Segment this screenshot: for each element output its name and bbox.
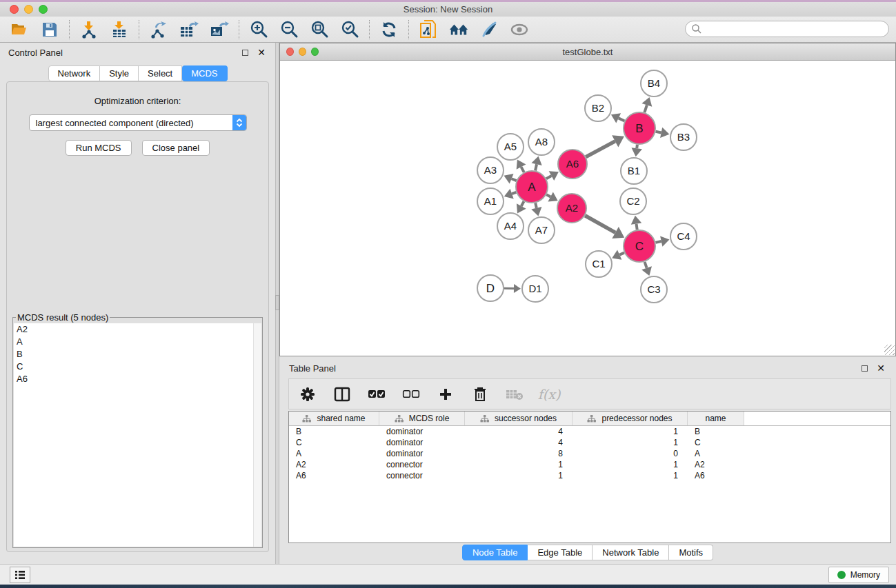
cell-shared-name[interactable]: A6 [289, 471, 379, 480]
cell-predecessor-nodes[interactable]: 1 [573, 460, 688, 469]
cell-shared-name[interactable]: A2 [289, 460, 379, 469]
table-row[interactable]: A6connector11A6 [289, 470, 890, 481]
column-header-name[interactable]: name [688, 412, 744, 425]
cell-successor-nodes[interactable]: 4 [465, 427, 573, 436]
edge-C-C2[interactable] [637, 224, 637, 230]
tab-node-table[interactable]: Node Table [462, 545, 528, 560]
cell-successor-nodes[interactable]: 4 [465, 438, 573, 447]
save-icon[interactable] [40, 20, 59, 39]
zoom-fit-icon[interactable] [310, 20, 329, 39]
close-table-panel-icon[interactable]: ✕ [875, 363, 886, 374]
cell-name[interactable]: B [688, 427, 744, 436]
deselect-all-checkboxes-icon[interactable] [402, 385, 420, 403]
edge-A-A7[interactable] [535, 203, 537, 207]
edge-A-A2[interactable] [546, 194, 550, 196]
result-list-item[interactable]: C [14, 361, 261, 373]
optimization-select[interactable]: largest connected component (directed) [29, 114, 247, 131]
edge-A-A1[interactable] [512, 192, 516, 194]
tab-edge-table[interactable]: Edge Table [528, 545, 593, 560]
edge-A-A3[interactable] [512, 179, 517, 181]
network-canvas[interactable]: AA1A2A3A4A5A6A7A8BB1B2B3B4CC1C2C3C4DD1 [280, 61, 895, 356]
cell-MCDS-role[interactable]: dominator [379, 427, 465, 436]
zoom-out-icon[interactable] [279, 20, 299, 39]
float-panel-icon[interactable] [239, 47, 250, 58]
edge-A-A8[interactable] [535, 164, 537, 170]
tab-motifs[interactable]: Motifs [669, 545, 713, 560]
tab-network-table[interactable]: Network Table [593, 545, 669, 560]
open-folder-icon[interactable] [10, 20, 29, 39]
edge-B-B1[interactable] [637, 145, 637, 148]
column-header-MCDS-role[interactable]: MCDS role [379, 412, 465, 425]
clone-network-icon[interactable] [419, 20, 438, 39]
tab-mcds[interactable]: MCDS [182, 65, 227, 81]
add-column-icon[interactable] [437, 385, 455, 403]
float-table-panel-icon[interactable] [859, 363, 870, 374]
network-window-titlebar[interactable]: testGlobe.txt [280, 43, 895, 61]
gear-icon[interactable] [299, 385, 317, 403]
edge-C-C1[interactable] [619, 253, 624, 255]
close-panel-icon[interactable]: ✕ [256, 47, 267, 58]
search-box[interactable] [685, 21, 889, 37]
cell-MCDS-role[interactable]: connector [379, 460, 465, 469]
cell-shared-name[interactable]: C [289, 438, 379, 447]
result-list-item[interactable]: A2 [14, 323, 261, 336]
result-scrollbar-track[interactable] [253, 323, 261, 547]
export-network-icon[interactable] [149, 20, 168, 39]
close-panel-button[interactable]: Close panel [142, 140, 210, 156]
edge-C-C3[interactable] [645, 262, 647, 268]
tab-select[interactable]: Select [139, 65, 182, 81]
table-row[interactable]: A2connector11A2 [289, 459, 890, 470]
run-mcds-button[interactable]: Run MCDS [66, 140, 132, 156]
mcds-result-list[interactable]: A2ABCA6 [14, 323, 261, 547]
home-double-icon[interactable] [449, 20, 468, 39]
result-list-item[interactable]: A [14, 336, 261, 348]
cell-MCDS-role[interactable]: dominator [379, 449, 465, 458]
cell-name[interactable]: A6 [688, 471, 744, 480]
cell-name[interactable]: C [688, 438, 744, 447]
import-table-icon[interactable] [110, 20, 129, 39]
table-row[interactable]: Adominator80A [289, 448, 890, 459]
cell-predecessor-nodes[interactable]: 1 [573, 438, 688, 447]
columns-icon[interactable] [333, 385, 351, 403]
edge-A-A6[interactable] [546, 176, 552, 179]
edge-B-B2[interactable] [619, 118, 625, 121]
edge-A-A5[interactable] [521, 167, 524, 172]
tab-network[interactable]: Network [48, 65, 100, 81]
cell-predecessor-nodes[interactable]: 1 [573, 427, 688, 436]
import-network-icon[interactable] [79, 20, 99, 39]
edge-A-A4[interactable] [521, 201, 524, 206]
task-history-button[interactable] [10, 567, 30, 583]
result-list-item[interactable]: A6 [14, 373, 261, 385]
edge-C-C4[interactable] [655, 241, 661, 243]
zoom-selected-icon[interactable] [340, 20, 359, 39]
table-row[interactable]: Cdominator41C [289, 437, 890, 448]
node-table[interactable]: shared nameMCDS rolesuccessor nodesprede… [288, 411, 891, 543]
edge-B-B3[interactable] [656, 132, 661, 133]
cell-successor-nodes[interactable]: 8 [465, 449, 573, 458]
result-list-item[interactable]: B [14, 348, 261, 361]
titlebar[interactable]: Session: New Session [0, 2, 896, 17]
edge-A2-C[interactable] [585, 216, 615, 233]
show-graphics-icon[interactable] [510, 20, 529, 39]
edge-A6-B[interactable] [586, 141, 615, 157]
cell-successor-nodes[interactable]: 1 [465, 471, 573, 480]
cell-MCDS-role[interactable]: connector [379, 471, 465, 480]
column-header-predecessor-nodes[interactable]: predecessor nodes [573, 412, 688, 425]
resize-grip-icon[interactable] [884, 345, 895, 355]
table-row[interactable]: Bdominator41B [289, 426, 890, 437]
refresh-layout-icon[interactable] [379, 20, 399, 39]
cell-predecessor-nodes[interactable]: 1 [573, 471, 688, 480]
cell-successor-nodes[interactable]: 1 [465, 460, 573, 469]
cell-name[interactable]: A [688, 449, 744, 458]
memory-button[interactable]: Memory [828, 567, 889, 583]
search-input[interactable] [702, 24, 888, 34]
cell-predecessor-nodes[interactable]: 0 [573, 449, 688, 458]
tab-style[interactable]: Style [100, 65, 139, 81]
cell-name[interactable]: A2 [688, 460, 744, 469]
column-header-successor-nodes[interactable]: successor nodes [465, 412, 573, 425]
cell-shared-name[interactable]: B [289, 427, 379, 436]
cell-MCDS-role[interactable]: dominator [379, 438, 465, 447]
cell-shared-name[interactable]: A [289, 449, 379, 458]
zoom-in-icon[interactable] [249, 20, 268, 39]
hide-labels-icon[interactable] [479, 20, 499, 39]
